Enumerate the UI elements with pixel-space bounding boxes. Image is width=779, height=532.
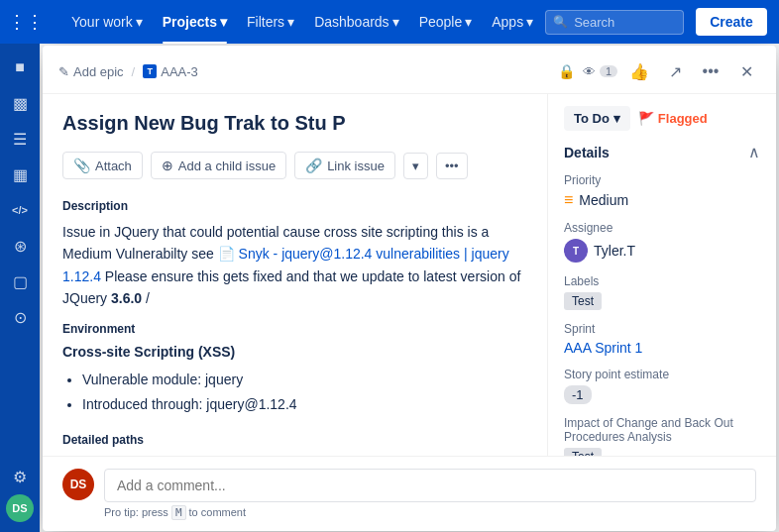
environment-section: Environment Cross-site Scripting (XSS) V…: [62, 322, 527, 417]
sidebar-home-icon[interactable]: ■: [4, 52, 36, 83]
breadcrumb: ✎ Add epic / T AAA-3: [58, 64, 198, 79]
grid-icon[interactable]: ⋮⋮: [8, 11, 44, 33]
sidebar-list-icon[interactable]: ☰: [4, 123, 36, 155]
action-bar: 📎 Attach ⊕ Add a child issue 🔗 Link issu…: [62, 152, 527, 179]
details-section: Details ∧ Priority ≡ Medium Assignee: [564, 143, 760, 456]
assignee-name: Tyler.T: [594, 243, 635, 259]
nav-filters[interactable]: Filters ▾: [239, 10, 302, 34]
lock-icon[interactable]: 🔒: [558, 63, 575, 79]
sidebar-chart-icon[interactable]: ▦: [4, 159, 36, 190]
story-points-badge[interactable]: -1: [564, 385, 592, 404]
eye-icon: 👁: [583, 64, 596, 79]
comment-input-wrapper: Pro tip: press M to comment: [104, 469, 756, 519]
environment-list: Vulnerable module: jquery Introduced thr…: [62, 368, 527, 417]
status-row: To Do ▾ 🚩 Flagged: [564, 106, 760, 131]
create-button[interactable]: Create: [696, 8, 767, 36]
watch-button[interactable]: 👁 1: [583, 64, 617, 79]
issue-type-icon: T: [143, 64, 157, 78]
attach-label: Attach: [95, 159, 132, 173]
close-button[interactable]: ✕: [732, 57, 760, 85]
sprint-link[interactable]: AAA Sprint 1: [564, 340, 642, 356]
sprint-value: AAA Sprint 1: [564, 340, 760, 356]
description-trailing: /: [146, 290, 150, 306]
sidebar-code-icon[interactable]: </>: [4, 194, 36, 226]
comment-input[interactable]: [104, 469, 756, 502]
version-bold: 3.6.0: [111, 290, 142, 306]
add-child-issue-button[interactable]: ⊕ Add a child issue: [151, 152, 286, 179]
flag-icon: 🚩: [638, 111, 654, 126]
nav-projects-wrapper: Projects ▾: [155, 10, 235, 34]
comment-tip: Pro tip: press M to comment: [104, 506, 756, 519]
assignee-row: Assignee T Tyler.T: [564, 221, 760, 263]
priority-row: Priority ≡ Medium: [564, 173, 760, 209]
impact-badge[interactable]: Test: [564, 448, 602, 456]
add-child-icon: ⊕: [162, 158, 173, 173]
link-issue-label: Link issue: [327, 159, 385, 173]
list-item: Vulnerable module: jquery: [82, 368, 527, 392]
comment-key: M: [171, 505, 186, 520]
modal-container: ✎ Add epic / T AAA-3 🔒 👁 1 👍 ↗ ••• ✕: [43, 46, 776, 531]
sidebar-puzzle-icon[interactable]: ⊛: [4, 230, 36, 262]
status-label: To Do: [574, 111, 610, 126]
story-points-row: Story point estimate -1: [564, 368, 760, 404]
story-points-value: -1: [564, 385, 760, 404]
impact-label: Impact of Change and Back Out Procedures…: [564, 416, 760, 444]
sidebar-user-avatar[interactable]: DS: [4, 492, 36, 524]
status-button[interactable]: To Do ▾: [564, 106, 630, 131]
modal-header-actions: 🔒 👁 1 👍 ↗ ••• ✕: [558, 57, 760, 85]
attach-icon: 📎: [73, 158, 90, 173]
modal-body: Assign New Bug Trak to Stu P 📎 Attach ⊕ …: [43, 94, 776, 456]
link-issue-button[interactable]: 🔗 Link issue: [294, 152, 395, 179]
share-button[interactable]: ↗: [661, 57, 689, 85]
sidebar-settings-icon[interactable]: ⚙: [4, 461, 36, 492]
priority-value: ≡ Medium: [564, 191, 760, 209]
environment-title: Cross-site Scripting (XSS): [62, 344, 527, 360]
left-sidebar: ■ ▩ ☰ ▦ </> ⊛ ▢ ⊙ ⚙ DS: [0, 44, 40, 532]
top-navigation: ⋮⋮ Your work ▾ Projects ▾ Filters ▾ Dash…: [0, 0, 779, 44]
issue-title: Assign New Bug Trak to Stu P: [62, 110, 527, 136]
more-actions-button[interactable]: ▾: [403, 153, 428, 179]
priority-icon: ≡: [564, 191, 573, 209]
sprint-label: Sprint: [564, 322, 760, 336]
add-child-label: Add a child issue: [178, 159, 276, 173]
assignee-value: T Tyler.T: [564, 239, 760, 263]
issue-reference[interactable]: T AAA-3: [143, 64, 198, 79]
flag-label: Flagged: [658, 111, 708, 126]
priority-label: Priority: [564, 173, 760, 187]
sidebar-people-icon[interactable]: ⊙: [4, 301, 36, 333]
label-badge[interactable]: Test: [564, 292, 602, 310]
story-points-label: Story point estimate: [564, 368, 760, 381]
nav-people[interactable]: People ▾: [411, 10, 481, 34]
environment-label: Environment: [62, 322, 527, 336]
labels-value: Test: [564, 292, 760, 310]
details-toggle[interactable]: ∧: [748, 143, 760, 161]
sidebar-doc-icon[interactable]: ▢: [4, 266, 36, 297]
attach-button[interactable]: 📎 Attach: [62, 152, 143, 179]
assignee-avatar: T: [564, 239, 588, 263]
nav-your-work[interactable]: Your work ▾: [63, 10, 151, 34]
nav-dashboards[interactable]: Dashboards ▾: [306, 10, 407, 34]
nav-projects[interactable]: Projects ▾: [155, 10, 235, 34]
paths-label: Detailed paths: [62, 433, 527, 447]
search-input[interactable]: [574, 15, 675, 30]
modal-header: ✎ Add epic / T AAA-3 🔒 👁 1 👍 ↗ ••• ✕: [43, 46, 776, 94]
add-epic-button[interactable]: ✎ Add epic: [58, 64, 124, 79]
details-header: Details ∧: [564, 143, 760, 161]
sidebar-bottom: ⚙ DS: [4, 461, 36, 524]
link-icon: 🔗: [305, 158, 322, 173]
left-panel: Assign New Bug Trak to Stu P 📎 Attach ⊕ …: [43, 94, 548, 456]
like-button[interactable]: 👍: [625, 57, 653, 85]
comment-box: DS Pro tip: press M to comment: [43, 456, 776, 531]
snyk-link-icon: 📄: [218, 246, 235, 262]
labels-row: Labels Test: [564, 274, 760, 310]
user-avatar: DS: [6, 494, 34, 522]
sidebar-board-icon[interactable]: ▩: [4, 87, 36, 119]
more-options-button[interactable]: •••: [697, 57, 724, 85]
sprint-row: Sprint AAA Sprint 1: [564, 322, 760, 356]
assignee-label: Assignee: [564, 221, 760, 235]
search-box[interactable]: [545, 10, 684, 35]
extra-options-button[interactable]: •••: [436, 153, 468, 179]
breadcrumb-separator: /: [132, 64, 136, 79]
nav-apps[interactable]: Apps ▾: [484, 10, 541, 34]
details-title: Details: [564, 145, 610, 160]
